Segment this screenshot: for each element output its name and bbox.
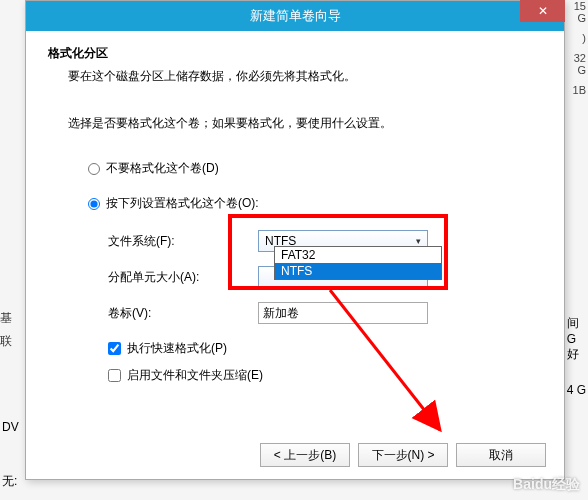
background-fragments-left: 基 联 <box>0 310 12 356</box>
dialog-title: 新建简单卷向导 <box>250 7 341 25</box>
filesystem-label: 文件系统(F): <box>108 233 258 250</box>
radio-format-input[interactable] <box>88 198 100 210</box>
section-title: 格式化分区 <box>48 45 542 62</box>
quick-format-input[interactable] <box>108 342 121 355</box>
bg-frag-no: 无: <box>2 473 17 490</box>
compress-checkbox[interactable]: 启用文件和文件夹压缩(E) <box>108 367 542 384</box>
filesystem-dropdown[interactable]: FAT32 NTFS <box>274 246 442 280</box>
volume-label-label: 卷标(V): <box>108 305 258 322</box>
volume-label-row: 卷标(V): <box>108 302 542 324</box>
radio-format[interactable]: 按下列设置格式化这个卷(O): <box>88 195 542 212</box>
radio-format-label: 按下列设置格式化这个卷(O): <box>106 195 259 212</box>
dropdown-option-ntfs[interactable]: NTFS <box>275 263 441 279</box>
instruction-text: 选择是否要格式化这个卷；如果要格式化，要使用什么设置。 <box>68 115 542 132</box>
cancel-button[interactable]: 取消 <box>456 443 546 467</box>
next-button[interactable]: 下一步(N) > <box>358 443 448 467</box>
bg-frag-dv: DV <box>2 420 19 434</box>
volume-label-input[interactable] <box>258 302 428 324</box>
section-description: 要在这个磁盘分区上储存数据，你必须先将其格式化。 <box>68 68 542 85</box>
close-icon: ✕ <box>538 4 548 18</box>
titlebar: 新建简单卷向导 ✕ <box>26 1 564 31</box>
radio-no-format[interactable]: 不要格式化这个卷(D) <box>88 160 542 177</box>
quick-format-label: 执行快速格式化(P) <box>127 340 227 357</box>
quick-format-checkbox[interactable]: 执行快速格式化(P) <box>108 340 542 357</box>
dropdown-option-fat32[interactable]: FAT32 <box>275 247 441 263</box>
allocation-label: 分配单元大小(A): <box>108 269 258 286</box>
compress-input[interactable] <box>108 369 121 382</box>
button-bar: < 上一步(B) 下一步(N) > 取消 <box>260 443 546 467</box>
dialog-content: 格式化分区 要在这个磁盘分区上储存数据，你必须先将其格式化。 选择是否要格式化这… <box>26 31 564 384</box>
radio-no-format-label: 不要格式化这个卷(D) <box>106 160 219 177</box>
compress-label: 启用文件和文件夹压缩(E) <box>127 367 263 384</box>
background-fragments-right: 15 G ) 32 G 1B <box>563 0 588 500</box>
wizard-dialog: 新建简单卷向导 ✕ 格式化分区 要在这个磁盘分区上储存数据，你必须先将其格式化。… <box>25 0 565 480</box>
back-button[interactable]: < 上一步(B) <box>260 443 350 467</box>
close-button[interactable]: ✕ <box>520 0 565 22</box>
watermark: Baidu经验 <box>513 476 580 494</box>
bg-frag: 间 G 好 4 G <box>567 315 586 397</box>
radio-no-format-input[interactable] <box>88 163 100 175</box>
